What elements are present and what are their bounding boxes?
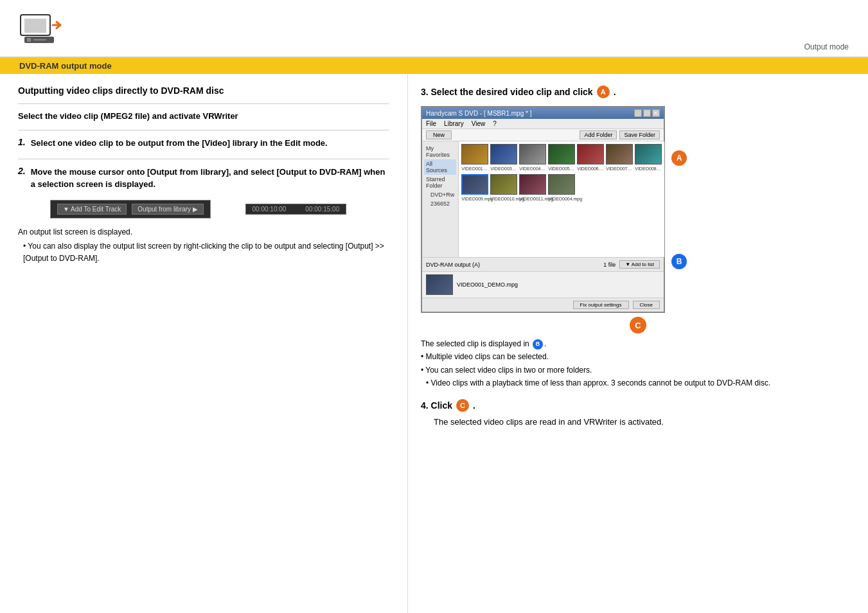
- divider2: [18, 130, 389, 130]
- sidebar: My Favorites All Sources Starred Folder …: [422, 141, 459, 257]
- thumb-1[interactable]: [461, 144, 488, 164]
- step1: 1. Select one video clip to be output fr…: [18, 137, 389, 150]
- menu-help[interactable]: ?: [493, 120, 497, 127]
- thumb-3[interactable]: [519, 144, 546, 164]
- thumb-7[interactable]: [635, 144, 662, 164]
- note-playback: • Video clips with a playback time of le…: [421, 377, 855, 389]
- center-c-badge: C: [421, 317, 855, 333]
- thumb-9[interactable]: [490, 174, 517, 195]
- label-row2: VIDEO009.mpg VIDEO0010.mpg VIDEO0011.mpg…: [461, 197, 662, 201]
- step4-period: .: [473, 400, 475, 411]
- note-selected: The selected clip is displayed in B.: [421, 337, 855, 350]
- fix-output-btn[interactable]: Fix output settings: [573, 301, 629, 309]
- save-folder-btn[interactable]: Save Folder: [619, 130, 660, 139]
- annotation-container: Handycam S DVD - [ MSBR1.mpg * ] _ □ ✕ F…: [421, 106, 855, 313]
- selected-clip-area: VIDEO001_DEMO.mpg: [422, 271, 664, 298]
- output-from-library-btn[interactable]: Output from library ▶: [132, 204, 204, 215]
- step1-text: Select one video clip to be output from …: [31, 137, 328, 150]
- sidebar-236652[interactable]: 236652: [424, 199, 456, 208]
- left-column: Outputting video clips directly to DVD-R…: [0, 74, 408, 613]
- toolbar: New Add Folder Save Folder: [422, 129, 664, 141]
- menu-library[interactable]: Library: [444, 120, 464, 127]
- menu-view[interactable]: View: [472, 120, 486, 127]
- maximize-btn[interactable]: □: [643, 109, 651, 117]
- sidebar-favorites[interactable]: My Favorites: [424, 144, 456, 159]
- thumb-6[interactable]: [606, 144, 633, 164]
- add-folder-btn[interactable]: Add Folder: [580, 130, 617, 139]
- add-to-edit-track-btn[interactable]: ▼ Add To Edit Track: [57, 204, 127, 215]
- thumb-row2: [461, 174, 662, 195]
- minimize-btn[interactable]: _: [634, 109, 642, 117]
- screenshot-notes: The selected clip is displayed in B. • M…: [421, 337, 855, 390]
- timecode1: 00:00:10:00: [252, 206, 287, 213]
- additional-note: • You can also display the output list s…: [23, 240, 389, 265]
- thumb-row1: [461, 144, 662, 164]
- step4-text: The selected video clips are read in and…: [434, 416, 855, 429]
- step2-number: 2.: [18, 166, 26, 191]
- sub-heading: Select the video clip (MPEG2 file) and a…: [18, 111, 389, 122]
- step2: 2. Move the mouse cursor onto [Output fr…: [18, 166, 389, 191]
- sidebar-starred[interactable]: Starred Folder: [424, 175, 456, 190]
- svg-rect-3: [27, 38, 31, 42]
- thumb-4[interactable]: [548, 144, 575, 164]
- badge-b: B: [671, 254, 687, 269]
- divider3: [18, 159, 389, 159]
- new-btn[interactable]: New: [426, 130, 452, 139]
- selected-filename: VIDEO001_DEMO.mpg: [457, 281, 518, 288]
- mini-screenshot: ▼ Add To Edit Track Output from library …: [50, 200, 211, 218]
- add-to-list-btn[interactable]: ▼ Add to list: [619, 260, 660, 269]
- main-content: Outputting video clips directly to DVD-R…: [0, 74, 868, 613]
- step4-label: 4. Click: [421, 400, 452, 411]
- mini-timecodes: 00:00:10:00 00:00:15:00: [245, 204, 347, 215]
- badge-a-inline: A: [597, 85, 610, 98]
- selected-thumb[interactable]: [426, 274, 453, 295]
- step2-text: Move the mouse cursor onto [Output from …: [31, 166, 389, 191]
- software-window: Handycam S DVD - [ MSBR1.mpg * ] _ □ ✕ F…: [421, 106, 665, 313]
- sidebar-dvd[interactable]: DVD+Rw: [424, 190, 456, 199]
- step3-period: .: [614, 87, 616, 97]
- step3-label: 3. Select the desired video clip and cli…: [421, 87, 593, 97]
- output-bar: DVD-RAM output (A) 1 file ▼ Add to list: [422, 257, 664, 271]
- inline-badge-b: B: [533, 339, 543, 350]
- main-area: VIDEO001.mpg VIDEO003.mpg VIDEO004.mpg V…: [459, 141, 664, 257]
- window-controls: _ □ ✕: [634, 109, 660, 117]
- app-icon: [19, 10, 71, 51]
- step1-number: 1.: [18, 137, 26, 150]
- badge-c-inline: C: [456, 399, 469, 412]
- divider1: [18, 103, 389, 104]
- titlebar: Handycam S DVD - [ MSBR1.mpg * ] _ □ ✕: [422, 107, 664, 119]
- timecode2: 00:00:15:00: [305, 206, 339, 213]
- thumb-5[interactable]: [577, 144, 604, 164]
- file-count: 1 file: [603, 262, 616, 268]
- thumb-2[interactable]: [490, 144, 517, 164]
- menu-file[interactable]: File: [426, 120, 436, 127]
- thumb-11[interactable]: [548, 174, 575, 195]
- sidebar-all[interactable]: All Sources: [424, 159, 456, 175]
- close-window-btn[interactable]: Close: [633, 301, 660, 309]
- output-mode-label: Output mode: [804, 42, 849, 51]
- right-column: 3. Select the desired video clip and cli…: [408, 74, 868, 613]
- thumb-10[interactable]: [519, 174, 546, 195]
- badge-c: C: [630, 317, 646, 333]
- step4: 4. Click C . The selected video clips ar…: [421, 399, 855, 429]
- svg-rect-4: [33, 39, 46, 40]
- action-bar: Fix output settings Close: [422, 298, 664, 312]
- svg-rect-1: [24, 19, 46, 33]
- main-heading: Outputting video clips directly to DVD-R…: [18, 85, 389, 96]
- yellow-banner: DVD-RAM output mode: [0, 58, 868, 74]
- output-list-note: An output list screen is displayed.: [18, 227, 389, 236]
- step3-header: 3. Select the desired video clip and cli…: [421, 85, 855, 98]
- note-folders: • You can select video clips in two or m…: [421, 364, 855, 377]
- badge-a: A: [671, 150, 687, 166]
- window-title: Handycam S DVD - [ MSBR1.mpg * ]: [426, 110, 532, 117]
- top-area: Output mode: [0, 0, 868, 58]
- close-btn-window[interactable]: ✕: [652, 109, 660, 117]
- label-row1: VIDEO001.mpg VIDEO003.mpg VIDEO004.mpg V…: [461, 166, 662, 171]
- note-multiple: • Multiple video clips can be selected.: [421, 350, 855, 363]
- menubar: File Library View ?: [422, 119, 664, 129]
- output-label: DVD-RAM output (A): [426, 262, 599, 268]
- thumb-8[interactable]: [461, 174, 488, 195]
- window-body: My Favorites All Sources Starred Folder …: [422, 141, 664, 257]
- side-annotations: A B: [671, 106, 687, 313]
